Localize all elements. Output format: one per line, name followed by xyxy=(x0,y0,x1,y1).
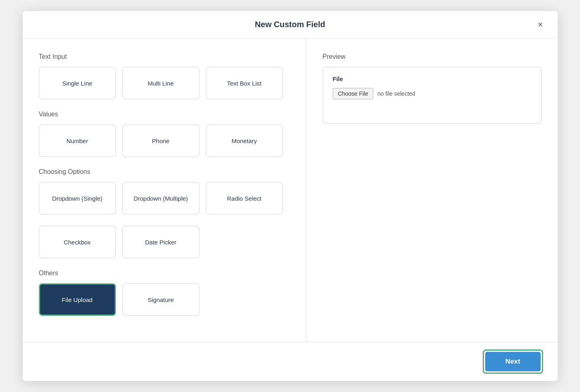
modal-body: Text Input Single Line Multi Line Text B… xyxy=(23,39,558,342)
left-panel: Text Input Single Line Multi Line Text B… xyxy=(23,39,306,342)
field-grid-values: Number Phone Monetary xyxy=(39,124,290,157)
no-file-text: no file selected xyxy=(377,90,415,97)
section-choosing-options: Choosing Options Dropdown (Single) Dropd… xyxy=(39,168,290,258)
field-card-checkbox[interactable]: Checkbox xyxy=(39,226,116,258)
modal: New Custom Field × Text Input Single Lin… xyxy=(23,11,558,381)
preview-box: File Choose File no file selected xyxy=(323,67,541,124)
field-card-number[interactable]: Number xyxy=(39,124,116,157)
field-card-signature[interactable]: Signature xyxy=(122,283,199,316)
field-card-multi-line[interactable]: Multi Line xyxy=(122,67,199,99)
field-card-date-picker[interactable]: Date Picker xyxy=(122,226,199,258)
field-card-file-upload[interactable]: File Upload xyxy=(39,283,116,316)
section-others: Others File Upload Signature xyxy=(39,270,290,316)
choose-file-button[interactable]: Choose File xyxy=(333,88,374,99)
close-button[interactable]: × xyxy=(535,19,546,31)
modal-title: New Custom Field xyxy=(255,20,325,29)
field-grid-others: File Upload Signature xyxy=(39,283,290,316)
section-label-others: Others xyxy=(39,270,290,277)
preview-label: Preview xyxy=(323,53,541,60)
right-panel: Preview File Choose File no file selecte… xyxy=(306,39,558,342)
modal-footer: Next xyxy=(23,342,558,381)
field-card-dropdown-single[interactable]: Dropdown (Single) xyxy=(39,182,116,214)
field-grid-choosing-options-row1: Dropdown (Single) Dropdown (Multiple) Ra… xyxy=(39,182,290,214)
section-text-input: Text Input Single Line Multi Line Text B… xyxy=(39,53,290,99)
file-input-preview: Choose File no file selected xyxy=(333,88,531,99)
next-button-wrapper: Next xyxy=(483,349,543,374)
section-values: Values Number Phone Monetary xyxy=(39,111,290,157)
field-card-monetary[interactable]: Monetary xyxy=(206,124,283,157)
section-label-choosing-options: Choosing Options xyxy=(39,168,290,176)
section-label-text-input: Text Input xyxy=(39,53,290,60)
field-grid-choosing-options-row2: Checkbox Date Picker xyxy=(39,226,290,258)
field-grid-text-input: Single Line Multi Line Text Box List xyxy=(39,67,290,99)
next-button[interactable]: Next xyxy=(485,352,541,371)
field-card-single-line[interactable]: Single Line xyxy=(39,67,116,99)
field-card-phone[interactable]: Phone xyxy=(122,124,199,157)
preview-field-label: File xyxy=(333,75,531,82)
modal-header: New Custom Field × xyxy=(23,11,558,39)
field-card-text-box-list[interactable]: Text Box List xyxy=(206,67,283,99)
section-label-values: Values xyxy=(39,111,290,118)
field-card-radio-select[interactable]: Radio Select xyxy=(206,182,283,214)
field-card-dropdown-multiple[interactable]: Dropdown (Multiple) xyxy=(122,182,199,214)
